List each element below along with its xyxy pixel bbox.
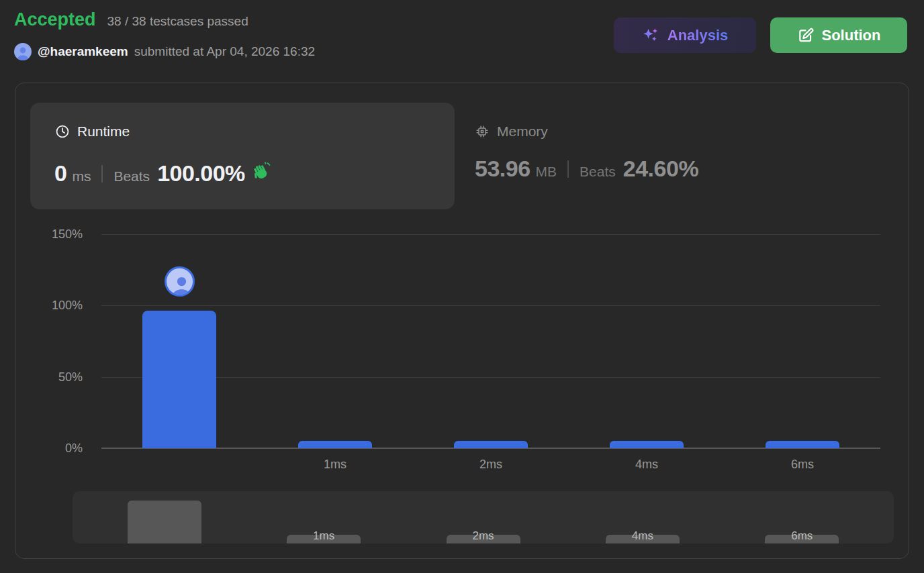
user-marker[interactable] — [165, 266, 195, 297]
submission-user-row: @haeramkeem submitted at Apr 04, 2026 16… — [14, 43, 315, 60]
minimap-label: 6ms — [723, 529, 882, 543]
y-axis-label: 100% — [15, 297, 83, 313]
chart-bar[interactable] — [610, 441, 684, 448]
sparkles-icon — [642, 26, 660, 44]
submitted-timestamp: submitted at Apr 04, 2026 16:32 — [134, 44, 315, 59]
username[interactable]: @haeramkeem — [38, 44, 128, 59]
chart-gridline — [101, 234, 880, 235]
submission-result-page: Accepted 38 / 38 testcases passed @haera… — [0, 0, 924, 573]
header-actions: Analysis Solution — [614, 17, 907, 53]
y-axis-label: 0% — [15, 440, 83, 456]
minimap-label: 4ms — [563, 529, 722, 543]
solution-button[interactable]: Solution — [770, 17, 907, 53]
avatar[interactable] — [14, 43, 32, 60]
minimap-bar — [128, 501, 201, 543]
chart-bar[interactable] — [766, 441, 839, 448]
minimap-label: 2ms — [404, 529, 563, 543]
x-axis-label: 4ms — [569, 456, 725, 472]
analysis-button-label: Analysis — [667, 27, 729, 44]
x-axis-label: 1ms — [257, 456, 413, 472]
chart-bar[interactable] — [454, 441, 528, 448]
chart-minimap-brush[interactable]: 1ms2ms4ms6ms — [73, 491, 894, 543]
chart-bar[interactable] — [142, 311, 216, 448]
chart-gridline — [101, 377, 880, 378]
result-panel: Runtime 0 ms Beats 100.00% — [15, 83, 909, 559]
testcases-passed: 38 / 38 testcases passed — [107, 14, 248, 29]
x-axis-label: 6ms — [725, 456, 880, 472]
person-icon — [14, 44, 32, 60]
x-axis-label: 2ms — [413, 456, 569, 472]
y-axis-label: 50% — [15, 369, 83, 385]
analysis-button[interactable]: Analysis — [614, 17, 756, 53]
chart-bar[interactable] — [298, 441, 372, 448]
person-icon — [167, 271, 195, 297]
solution-button-label: Solution — [822, 27, 881, 44]
status-accepted[interactable]: Accepted — [14, 9, 96, 30]
edit-icon — [797, 27, 815, 44]
chart-gridline — [101, 305, 880, 306]
submission-status-row: Accepted 38 / 38 testcases passed — [14, 9, 248, 30]
y-axis-label: 150% — [15, 226, 83, 242]
runtime-distribution-chart: 0%50%100%150%1ms2ms4ms6ms — [15, 83, 909, 558]
minimap-label: 1ms — [244, 529, 403, 543]
